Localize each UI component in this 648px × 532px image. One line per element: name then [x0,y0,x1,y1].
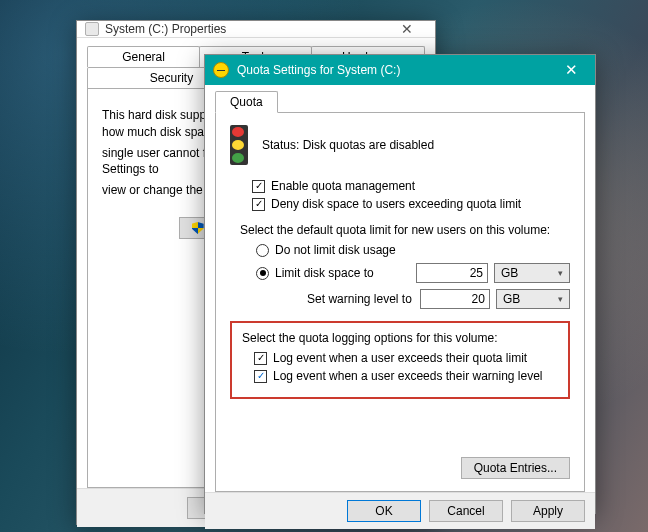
warning-unit-select[interactable]: GB ▾ [496,289,570,309]
status-row: Status: Disk quotas are disabled [230,125,570,165]
ok-button[interactable]: OK [347,500,421,522]
limit-value-input[interactable]: 25 [416,263,488,283]
log-warning-checkbox[interactable]: Log event when a user exceeds their warn… [254,369,558,383]
quota-tabpanel: Status: Disk quotas are disabled Enable … [215,112,585,492]
warning-unit-label: GB [503,292,520,306]
close-icon[interactable]: ✕ [549,55,593,85]
enable-quota-label: Enable quota management [271,179,415,193]
log-quota-label: Log event when a user exceeds their quot… [273,351,527,365]
drive-icon [85,22,99,36]
deny-space-label: Deny disk space to users exceeding quota… [271,197,521,211]
chevron-down-icon: ▾ [558,268,563,278]
properties-titlebar[interactable]: System (C:) Properties ✕ [77,21,435,38]
log-warning-label: Log event when a user exceeds their warn… [273,369,543,383]
status-label: Status: Disk quotas are disabled [262,138,434,152]
traffic-light-icon [230,125,248,165]
limit-unit-select[interactable]: GB ▾ [494,263,570,283]
logging-prompt: Select the quota logging options for thi… [242,331,558,345]
checkbox-icon [252,180,265,193]
quota-body: Quota Status: Disk quotas are disabled E… [205,85,595,492]
quota-entries-button[interactable]: Quota Entries... [461,457,570,479]
radio-icon [256,244,269,257]
quota-window: Quota Settings for System (C:) ✕ Quota S… [204,54,596,514]
warning-label: Set warning level to [282,292,412,306]
no-limit-label: Do not limit disk usage [275,243,396,257]
quota-footer: OK Cancel Apply [205,492,595,529]
checkbox-icon [252,198,265,211]
checkbox-icon [254,370,267,383]
quota-titlebar[interactable]: Quota Settings for System (C:) ✕ [205,55,595,85]
checkbox-icon [254,352,267,365]
shield-icon [192,222,204,234]
enable-quota-checkbox[interactable]: Enable quota management [252,179,570,193]
log-quota-checkbox[interactable]: Log event when a user exceeds their quot… [254,351,558,365]
limit-unit-label: GB [501,266,518,280]
no-limit-radio[interactable]: Do not limit disk usage [256,243,570,257]
limit-radio[interactable]: Limit disk space to [256,266,374,280]
apply-button[interactable]: Apply [511,500,585,522]
logging-options-box: Select the quota logging options for thi… [230,321,570,399]
default-limit-prompt: Select the default quota limit for new u… [240,223,570,237]
limit-label: Limit disk space to [275,266,374,280]
close-icon[interactable]: ✕ [387,21,427,37]
radio-icon [256,267,269,280]
deny-space-checkbox[interactable]: Deny disk space to users exceeding quota… [252,197,570,211]
quota-title: Quota Settings for System (C:) [237,63,549,77]
cancel-button[interactable]: Cancel [429,500,503,522]
chevron-down-icon: ▾ [558,294,563,304]
tab-general[interactable]: General [87,46,200,67]
tab-quota[interactable]: Quota [215,91,278,113]
warning-value-input[interactable]: 20 [420,289,490,309]
properties-title: System (C:) Properties [105,22,387,36]
quota-icon [213,62,229,78]
